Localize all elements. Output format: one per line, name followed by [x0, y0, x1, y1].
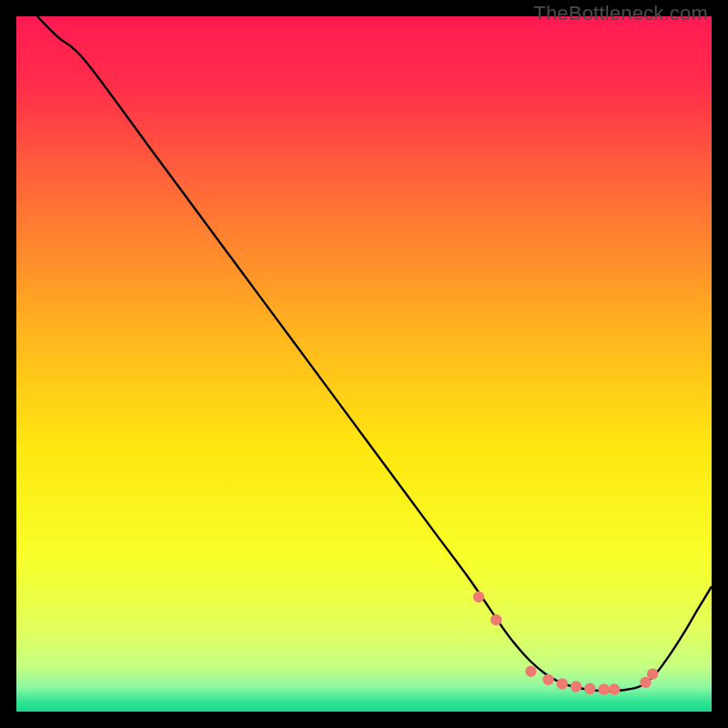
gradient-background — [16, 16, 712, 712]
marker-dot — [542, 674, 553, 685]
marker-dot — [647, 669, 658, 680]
marker-dot — [557, 678, 568, 689]
chart-frame — [16, 16, 712, 712]
marker-dot — [571, 681, 581, 692]
marker-dot — [598, 683, 609, 694]
marker-dot — [525, 665, 536, 676]
marker-dot — [490, 614, 501, 625]
marker-dot — [609, 683, 620, 694]
bottleneck-chart — [16, 16, 712, 712]
watermark-text: TheBottleneck.com — [533, 2, 708, 25]
marker-dot — [473, 592, 484, 602]
marker-dot — [584, 683, 595, 694]
